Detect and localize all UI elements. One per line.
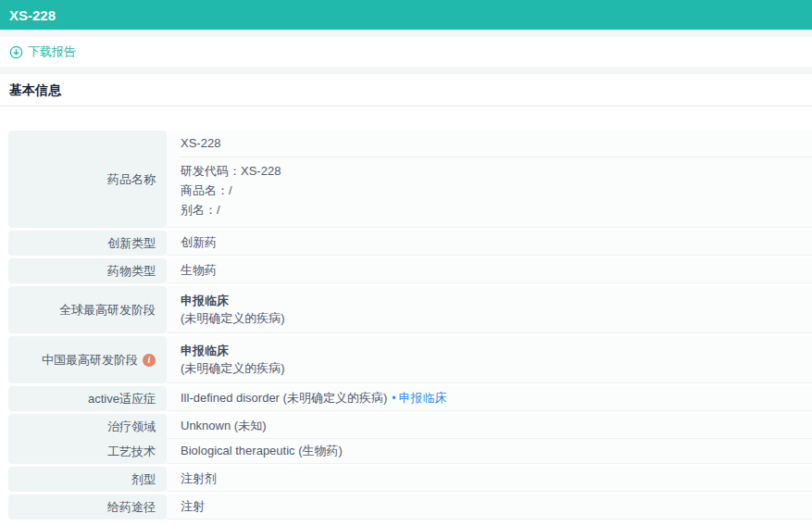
table-row-innovation-type: 创新类型 创新药	[8, 231, 812, 256]
app-header: XS-228	[0, 0, 812, 30]
global-stage-note: (未明确定义的疾病)	[181, 309, 285, 327]
row-label: 工艺技术	[8, 439, 167, 464]
row-value: Biological therapeutic (生物药)	[167, 439, 812, 464]
table-row-drug-name: 药品名称 XS-228 研发代码：XS-228 商品名：/ 别名：/	[8, 131, 812, 228]
row-value: 注射	[167, 495, 812, 520]
row-label: active适应症	[8, 386, 167, 411]
indication-stage-link[interactable]: •申报临床	[392, 390, 446, 407]
drug-name-alias: 别名：/	[181, 200, 812, 219]
row-label: 创新类型	[8, 231, 167, 256]
row-value: 注射剂	[167, 467, 812, 492]
row-value: XS-228 研发代码：XS-228 商品名：/ 别名：/	[167, 131, 812, 228]
row-value: Unknown (未知)	[167, 414, 812, 439]
row-label: 中国最高研发阶段 i	[8, 336, 167, 383]
page-title: XS-228	[9, 7, 56, 23]
china-stage-value: 申报临床	[181, 342, 229, 359]
drug-name-primary: XS-228	[181, 131, 812, 157]
row-value: Ill-defined disorder (未明确定义的疾病) •申报临床	[167, 386, 812, 411]
row-value: 申报临床 (未明确定义的疾病)	[167, 286, 812, 333]
row-label: 剂型	[8, 467, 167, 492]
section-header: 基本信息	[0, 74, 812, 106]
table-row-dosage-form: 剂型 注射剂	[8, 467, 812, 492]
toolbar-divider	[0, 67, 812, 74]
china-stage-note: (未明确定义的疾病)	[181, 359, 285, 377]
table-row-active-indication: active适应症 Ill-defined disorder (未明确定义的疾病…	[8, 386, 812, 411]
row-value: 申报临床 (未明确定义的疾病)	[167, 336, 812, 383]
table-row-global-stage: 全球最高研发阶段 申报临床 (未明确定义的疾病)	[8, 286, 812, 333]
row-label: 全球最高研发阶段	[8, 286, 167, 333]
table-row-china-stage: 中国最高研发阶段 i 申报临床 (未明确定义的疾病)	[8, 336, 812, 383]
table-row-therapeutic-area: 治疗领域 Unknown (未知)	[8, 414, 812, 439]
row-label: 给药途径	[8, 495, 167, 520]
table-row-drug-type: 药物类型 生物药	[8, 258, 812, 283]
drug-name-code: 研发代码：XS-228	[181, 161, 812, 181]
row-label: 药品名称	[8, 131, 167, 228]
drug-name-trade: 商品名：/	[181, 181, 812, 200]
global-stage-value: 申报临床	[181, 292, 229, 309]
row-label: 药物类型	[8, 258, 167, 283]
row-value: 创新药	[167, 231, 812, 256]
table-row-process-technology: 工艺技术 Biological therapeutic (生物药)	[8, 439, 812, 464]
drug-name-details: 研发代码：XS-228 商品名：/ 别名：/	[181, 157, 812, 227]
row-label: 治疗领域	[8, 414, 167, 439]
row-value: 生物药	[167, 258, 812, 283]
toolbar: 下载报告	[0, 37, 812, 67]
download-report-button[interactable]: 下载报告	[9, 44, 76, 60]
basic-info-table: 药品名称 XS-228 研发代码：XS-228 商品名：/ 别名：/ 创新类型 …	[0, 106, 812, 520]
section-title: 基本信息	[9, 82, 61, 97]
indication-text: Ill-defined disorder (未明确定义的疾病)	[181, 390, 387, 407]
download-report-label: 下载报告	[28, 44, 76, 60]
info-icon[interactable]: i	[143, 354, 156, 367]
cloud-download-circle-icon	[9, 45, 23, 59]
bullet-icon: •	[392, 392, 395, 405]
table-row-administration-route: 给药途径 注射	[8, 495, 812, 520]
header-divider	[0, 30, 812, 37]
